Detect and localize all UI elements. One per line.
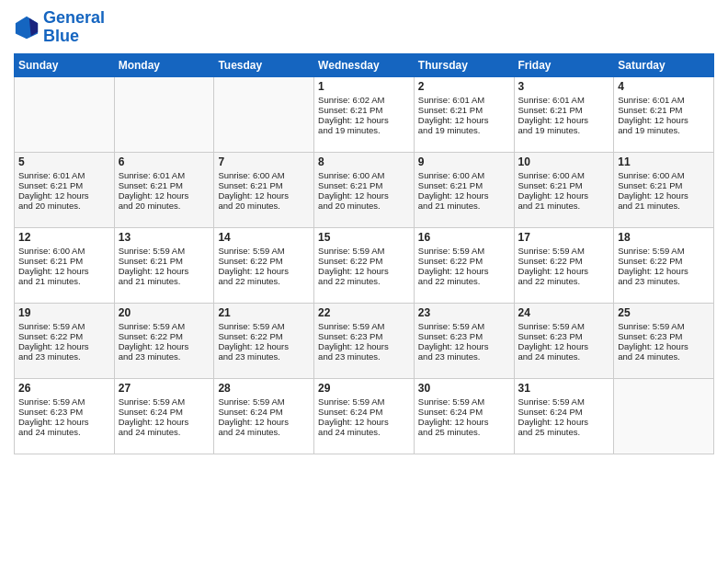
calendar-body: 1Sunrise: 6:02 AMSunset: 6:21 PMDaylight… <box>15 76 714 454</box>
calendar-cell <box>614 378 714 454</box>
day-info: Daylight: 12 hours <box>318 341 410 351</box>
page-container: General Blue SundayMondayTuesdayWednesda… <box>0 0 728 464</box>
day-info: Sunrise: 5:59 AM <box>18 321 110 331</box>
day-number: 23 <box>418 306 510 319</box>
day-info: Sunset: 6:21 PM <box>518 105 610 115</box>
day-info: and 20 minutes. <box>318 201 410 211</box>
day-number: 20 <box>119 306 210 319</box>
day-info: Sunrise: 6:00 AM <box>218 170 310 180</box>
day-info: Sunrise: 6:00 AM <box>318 170 410 180</box>
day-info: Daylight: 12 hours <box>18 341 110 351</box>
day-info: Sunset: 6:24 PM <box>418 407 510 417</box>
calendar-cell: 15Sunrise: 5:59 AMSunset: 6:22 PMDayligh… <box>314 227 415 303</box>
calendar-cell: 8Sunrise: 6:00 AMSunset: 6:21 PMDaylight… <box>314 152 415 227</box>
weekday-header-wednesday: Wednesday <box>314 53 415 76</box>
day-info: and 19 minutes. <box>318 125 410 135</box>
day-info: Daylight: 12 hours <box>518 341 610 351</box>
calendar-cell: 6Sunrise: 6:01 AMSunset: 6:21 PMDaylight… <box>114 152 214 227</box>
day-info: Sunset: 6:24 PM <box>218 407 310 417</box>
day-info: and 24 minutes. <box>318 427 410 437</box>
day-info: and 21 minutes. <box>418 201 510 211</box>
day-number: 19 <box>18 306 110 319</box>
day-info: Daylight: 12 hours <box>318 266 410 276</box>
day-info: Sunset: 6:23 PM <box>618 331 710 341</box>
day-number: 15 <box>318 231 410 244</box>
day-info: Sunset: 6:21 PM <box>318 180 410 190</box>
day-info: Sunrise: 6:00 AM <box>518 170 610 180</box>
day-info: Daylight: 12 hours <box>418 115 510 125</box>
day-number: 3 <box>518 80 610 93</box>
day-info: Sunset: 6:21 PM <box>318 105 410 115</box>
day-info: Sunrise: 5:59 AM <box>618 321 710 331</box>
weekday-header-row: SundayMondayTuesdayWednesdayThursdayFrid… <box>15 53 714 76</box>
day-info: Sunrise: 6:01 AM <box>618 95 710 105</box>
day-info: and 19 minutes. <box>518 125 610 135</box>
calendar-cell: 10Sunrise: 6:00 AMSunset: 6:21 PMDayligh… <box>514 152 614 227</box>
logo: General Blue <box>14 9 105 46</box>
day-info: Daylight: 12 hours <box>618 341 710 351</box>
day-info: Sunrise: 5:59 AM <box>518 321 610 331</box>
day-number: 14 <box>218 231 310 244</box>
day-info: and 19 minutes. <box>418 125 510 135</box>
day-info: Sunset: 6:21 PM <box>18 180 110 190</box>
day-info: and 21 minutes. <box>18 276 110 286</box>
calendar-cell: 14Sunrise: 5:59 AMSunset: 6:22 PMDayligh… <box>214 227 314 303</box>
day-number: 30 <box>418 382 510 395</box>
day-info: Sunrise: 5:59 AM <box>119 396 210 407</box>
day-number: 10 <box>518 155 610 168</box>
day-info: Sunset: 6:22 PM <box>18 331 110 341</box>
day-info: and 21 minutes. <box>618 201 710 211</box>
day-info: Sunrise: 5:59 AM <box>518 246 610 256</box>
day-info: Sunrise: 5:59 AM <box>418 246 510 256</box>
calendar-cell: 30Sunrise: 5:59 AMSunset: 6:24 PMDayligh… <box>414 378 514 454</box>
weekday-header-sunday: Sunday <box>15 53 115 76</box>
day-info: and 25 minutes. <box>418 427 510 437</box>
day-info: and 24 minutes. <box>618 351 710 362</box>
day-info: Daylight: 12 hours <box>318 417 410 427</box>
day-info: Daylight: 12 hours <box>218 190 310 201</box>
day-info: Sunrise: 6:01 AM <box>18 170 110 180</box>
calendar-cell <box>214 76 314 152</box>
day-info: Sunset: 6:24 PM <box>318 407 410 417</box>
day-number: 7 <box>218 155 310 168</box>
day-info: Sunrise: 6:00 AM <box>418 170 510 180</box>
day-info: Sunrise: 6:00 AM <box>18 246 110 256</box>
calendar-cell <box>114 76 214 152</box>
day-info: Daylight: 12 hours <box>618 190 710 201</box>
day-info: Sunrise: 5:59 AM <box>218 246 310 256</box>
day-number: 4 <box>618 80 710 93</box>
weekday-header-thursday: Thursday <box>414 53 514 76</box>
day-info: Sunrise: 5:59 AM <box>119 246 210 256</box>
day-info: Daylight: 12 hours <box>418 417 510 427</box>
day-info: and 24 minutes. <box>218 427 310 437</box>
day-info: and 23 minutes. <box>218 351 310 362</box>
day-number: 1 <box>318 80 410 93</box>
day-info: Sunset: 6:22 PM <box>218 331 310 341</box>
calendar-cell: 2Sunrise: 6:01 AMSunset: 6:21 PMDaylight… <box>414 76 514 152</box>
day-info: and 21 minutes. <box>119 276 210 286</box>
day-info: Sunrise: 6:01 AM <box>518 95 610 105</box>
day-info: Sunset: 6:21 PM <box>618 180 710 190</box>
day-number: 21 <box>218 306 310 319</box>
day-number: 31 <box>518 382 610 395</box>
day-number: 26 <box>18 382 110 395</box>
day-number: 8 <box>318 155 410 168</box>
day-info: Sunset: 6:21 PM <box>119 180 210 190</box>
calendar-cell: 26Sunrise: 5:59 AMSunset: 6:23 PMDayligh… <box>15 378 115 454</box>
day-number: 24 <box>518 306 610 319</box>
weekday-header-saturday: Saturday <box>614 53 714 76</box>
day-info: Sunrise: 5:59 AM <box>218 396 310 407</box>
day-info: and 25 minutes. <box>518 427 610 437</box>
day-info: and 24 minutes. <box>119 427 210 437</box>
day-info: Sunset: 6:23 PM <box>18 407 110 417</box>
day-info: Daylight: 12 hours <box>618 266 710 276</box>
day-info: and 22 minutes. <box>218 276 310 286</box>
day-info: Sunrise: 5:59 AM <box>418 321 510 331</box>
calendar-cell: 12Sunrise: 6:00 AMSunset: 6:21 PMDayligh… <box>15 227 115 303</box>
day-info: Sunset: 6:22 PM <box>518 256 610 266</box>
weekday-header-friday: Friday <box>514 53 614 76</box>
day-info: Daylight: 12 hours <box>18 266 110 276</box>
day-info: Sunset: 6:23 PM <box>418 331 510 341</box>
calendar-week-5: 26Sunrise: 5:59 AMSunset: 6:23 PMDayligh… <box>15 378 714 454</box>
calendar-week-2: 5Sunrise: 6:01 AMSunset: 6:21 PMDaylight… <box>15 152 714 227</box>
